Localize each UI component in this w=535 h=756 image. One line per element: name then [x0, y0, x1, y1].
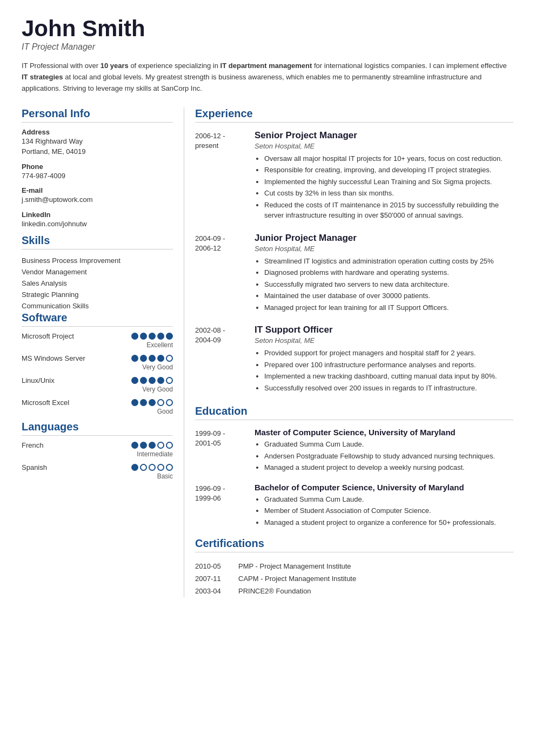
software-item: Linux/Unix Very Good	[22, 376, 173, 393]
dot-empty	[149, 464, 156, 471]
software-name: Microsoft Project	[22, 332, 74, 340]
software-rating: Very Good	[22, 363, 173, 371]
skills-section: Skills Business Process Improvement Vend…	[22, 234, 173, 312]
dot-filled	[140, 377, 147, 384]
language-rating: Basic	[22, 473, 173, 480]
edu-bullet: Member of Student Association of Compute…	[264, 505, 513, 516]
phone-group: Phone 774-987-4009	[22, 163, 173, 181]
exp-job-title: Junior Project Manager	[255, 233, 513, 244]
skill-item: Communication Skills	[22, 300, 173, 312]
edu-degree: Bachelor of Computer Science, University…	[255, 483, 513, 492]
dot-empty	[166, 464, 173, 471]
edu-content: Master of Computer Science, University o…	[255, 428, 513, 474]
edu-bullet: Graduated Summa Cum Laude.	[264, 439, 513, 450]
edu-bullet: Managed a student project to organize a …	[264, 517, 513, 528]
dot-filled	[131, 377, 138, 384]
dot-filled	[149, 377, 156, 384]
exp-bullet: Implemented the highly successful Lean T…	[264, 177, 513, 187]
edu-bullets: Graduated Summa Cum Laude. Member of Stu…	[255, 494, 513, 528]
cert-row: 2007-11 CAPM - Project Management Instit…	[195, 572, 513, 585]
dot-filled	[140, 355, 147, 362]
dot-filled	[166, 333, 173, 340]
personal-info-section: Personal Info Address 134 Rightward WayP…	[22, 107, 173, 230]
experience-section: Experience 2006-12 -present Senior Proje…	[195, 107, 513, 395]
software-rating: Very Good	[22, 386, 173, 393]
dot-empty	[157, 399, 164, 406]
exp-bullet: Maintained the user database of over 300…	[264, 291, 513, 301]
languages-title: Languages	[22, 421, 173, 436]
dot-filled	[140, 333, 147, 340]
dot-empty	[140, 464, 147, 471]
exp-bullet: Streamlined IT logistics and administrat…	[264, 256, 513, 267]
experience-title: Experience	[195, 107, 513, 123]
experience-entry: 2004-09 -2006-12 Junior Project Manager …	[195, 233, 513, 314]
exp-date: 2004-09 -2006-12	[195, 233, 255, 314]
exp-job-title: IT Support Officer	[255, 325, 513, 335]
languages-section: Languages French Intermediate Spani	[22, 421, 173, 480]
linkedin-label: LinkedIn	[22, 211, 173, 219]
dot-filled	[131, 399, 138, 406]
exp-bullet: Responsible for creating, improving, and…	[264, 165, 513, 176]
software-name: Linux/Unix	[22, 376, 55, 384]
edu-degree: Master of Computer Science, University o…	[255, 428, 513, 437]
exp-bullet: Prepared over 100 infrastructure perform…	[264, 360, 513, 370]
rating-dots	[131, 399, 173, 406]
rating-dots	[131, 377, 173, 384]
dot-empty	[166, 355, 173, 362]
cert-date: 2010-05	[195, 560, 238, 572]
software-rating: Excellent	[22, 341, 173, 349]
exp-bullet: Provided support for project managers an…	[264, 348, 513, 359]
dot-filled	[131, 442, 138, 449]
skills-title: Skills	[22, 234, 173, 249]
experience-entry: 2006-12 -present Senior Project Manager …	[195, 130, 513, 222]
dot-empty	[166, 399, 173, 406]
edu-bullet: Managed a student project to develop a w…	[264, 462, 513, 473]
language-item: French Intermediate	[22, 441, 173, 458]
exp-bullet: Successfully migrated two servers to new…	[264, 279, 513, 290]
dot-empty	[166, 377, 173, 384]
email-label: E-mail	[22, 186, 173, 194]
language-name: French	[22, 441, 43, 449]
edu-bullet: Graduated Summa Cum Laude.	[264, 494, 513, 505]
dot-empty	[157, 464, 164, 471]
edu-content: Bachelor of Computer Science, University…	[255, 483, 513, 529]
email-group: E-mail j.smith@uptowork.com	[22, 186, 173, 205]
rating-dots	[131, 442, 173, 449]
dot-filled	[157, 333, 164, 340]
resume-header: John Smith IT Project Manager	[22, 16, 513, 52]
software-title: Software	[22, 312, 173, 327]
rating-dots	[131, 464, 173, 471]
dot-empty	[157, 442, 164, 449]
rating-dots	[131, 355, 173, 362]
exp-company: Seton Hospital, ME	[255, 336, 513, 345]
cert-name: PMP - Project Management Institute	[238, 560, 513, 572]
exp-bullet: Oversaw all major hospital IT projects f…	[264, 153, 513, 164]
cert-row: 2010-05 PMP - Project Management Institu…	[195, 560, 513, 572]
exp-bullets: Streamlined IT logistics and administrat…	[255, 256, 513, 313]
exp-bullet: Diagnosed problems with hardware and ope…	[264, 267, 513, 278]
address-value: 134 Rightward WayPortland, ME, 04019	[22, 136, 173, 157]
software-name: MS Windows Server	[22, 354, 85, 362]
exp-company: Seton Hospital, ME	[255, 142, 513, 150]
dot-filled	[140, 399, 147, 406]
exp-content: Senior Project Manager Seton Hospital, M…	[255, 130, 513, 222]
dot-filled	[149, 355, 156, 362]
exp-bullets: Oversaw all major hospital IT projects f…	[255, 153, 513, 221]
exp-company: Seton Hospital, ME	[255, 245, 513, 253]
software-item: Microsoft Project Excellent	[22, 332, 173, 349]
edu-bullet: Andersen Postgraduate Fellowship to stud…	[264, 451, 513, 462]
edu-bullets: Graduated Summa Cum Laude. Andersen Post…	[255, 439, 513, 473]
language-name: Spanish	[22, 463, 47, 471]
exp-date: 2002-08 -2004-09	[195, 325, 255, 394]
software-item: MS Windows Server Very Good	[22, 354, 173, 371]
dot-filled	[131, 333, 138, 340]
dot-filled	[149, 442, 156, 449]
right-column: Experience 2006-12 -present Senior Proje…	[184, 107, 513, 598]
cert-row: 2003-04 PRINCE2® Foundation	[195, 585, 513, 597]
language-rating: Intermediate	[22, 450, 173, 458]
education-entry: 1999-09 -2001-05 Master of Computer Scie…	[195, 428, 513, 474]
dot-filled	[149, 399, 156, 406]
address-label: Address	[22, 128, 173, 136]
exp-bullets: Provided support for project managers an…	[255, 348, 513, 393]
dot-filled	[157, 377, 164, 384]
